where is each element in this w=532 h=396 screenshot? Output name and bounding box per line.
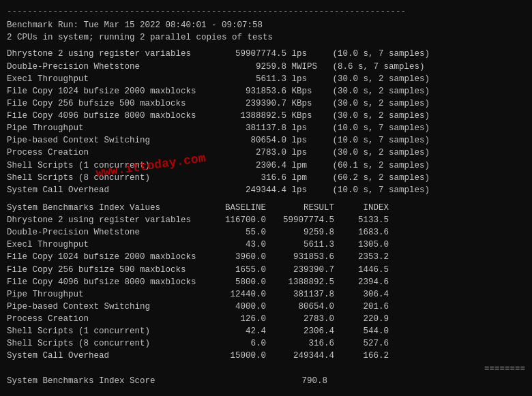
bench-unit: MWIPS	[286, 61, 327, 73]
index-row-label: Double-Precision Whetstone	[7, 226, 205, 239]
index-row-result: 381137.8	[266, 288, 334, 301]
index-row-label: Execl Throughput	[7, 239, 205, 251]
bench-label: Dhrystone 2 using register variables	[7, 48, 205, 60]
header-line1: Benchmark Run: Tue Mar 15 2022 08:40:01 …	[7, 19, 525, 31]
index-data-row: Shell Scripts (1 concurrent)42.42306.454…	[7, 325, 525, 337]
index-row-baseline: 5800.0	[205, 276, 266, 288]
index-data-row: File Copy 1024 bufsize 2000 maxblocks396…	[7, 251, 525, 263]
terminal-window: ----------------------------------------…	[7, 5, 525, 396]
index-row-baseline: 42.4	[205, 325, 266, 337]
bench-detail: (60.2 s, 2 samples)	[327, 172, 430, 184]
index-row-label: System Call Overhead	[7, 350, 205, 362]
bench-detail: (10.0 s, 7 samples)	[327, 184, 430, 196]
index-row-index: 220.9	[334, 313, 389, 325]
bench-value: 316.6	[205, 172, 286, 184]
index-header-baseline: BASELINE	[205, 202, 266, 214]
index-header-label: System Benchmarks Index Values	[7, 202, 205, 214]
bench-detail: (10.0 s, 7 samples)	[327, 122, 430, 134]
index-row-label: File Copy 1024 bufsize 2000 maxblocks	[7, 251, 205, 263]
bench-label: Shell Scripts (8 concurrent)	[7, 172, 205, 184]
index-row-index: 1683.6	[334, 226, 389, 239]
index-data-row: System Call Overhead15000.0249344.4166.2	[7, 350, 525, 362]
bench-label: File Copy 256 bufsize 500 maxblocks	[7, 97, 205, 110]
index-row-result: 316.6	[266, 337, 334, 350]
index-row-baseline: 55.0	[205, 226, 266, 239]
index-data-row: Process Creation126.02783.0220.9	[7, 313, 525, 325]
benchmark-row: Process Creation2783.0 lps (30.0 s, 2 sa…	[7, 147, 525, 159]
index-row-result: 2306.4	[266, 325, 334, 337]
header-section: Benchmark Run: Tue Mar 15 2022 08:40:01 …	[7, 19, 525, 44]
index-data-row: File Copy 256 bufsize 500 maxblocks1655.…	[7, 264, 525, 276]
bench-detail: (10.0 s, 7 samples)	[327, 134, 430, 147]
bench-detail: (30.0 s, 2 samples)	[327, 85, 430, 97]
bench-unit: lpm	[286, 159, 327, 172]
index-data-row: Dhrystone 2 using register variables1167…	[7, 214, 525, 226]
bench-unit: lps	[286, 184, 327, 196]
index-row-label: Shell Scripts (1 concurrent)	[7, 325, 205, 337]
index-row-label: Dhrystone 2 using register variables	[7, 214, 205, 226]
bench-value: 2783.0	[205, 147, 286, 159]
bench-value: 5611.3	[205, 73, 286, 85]
bench-label: Pipe Throughput	[7, 122, 205, 134]
bench-detail: (30.0 s, 2 samples)	[327, 97, 430, 110]
index-row-result: 2783.0	[266, 313, 334, 325]
index-header-index: INDEX	[334, 202, 389, 214]
index-row-label: Pipe-based Context Switching	[7, 301, 205, 313]
score-value: 790.8	[205, 375, 327, 387]
bench-label: Execl Throughput	[7, 73, 205, 85]
bench-detail: (10.0 s, 7 samples)	[327, 48, 430, 60]
index-row-result: 1388892.5	[266, 276, 334, 288]
index-section: System Benchmarks Index ValuesBASELINERE…	[7, 202, 525, 387]
index-row-result: 239390.7	[266, 264, 334, 276]
bench-unit: lps	[286, 147, 327, 159]
bench-value: 931853.6	[205, 85, 286, 97]
bench-value: 80654.0	[205, 134, 286, 147]
index-row-baseline: 4000.0	[205, 301, 266, 313]
index-row-result: 5611.3	[266, 239, 334, 251]
benchmark-row: Execl Throughput5611.3 lps (30.0 s, 2 sa…	[7, 73, 525, 85]
index-data-row: File Copy 4096 bufsize 8000 maxblocks580…	[7, 276, 525, 288]
index-row-index: 2353.2	[334, 251, 389, 263]
bench-value: 381137.8	[205, 122, 286, 134]
bench-value: 239390.7	[205, 97, 286, 110]
index-row-result: 249344.4	[266, 350, 334, 362]
index-row-index: 306.4	[334, 288, 389, 301]
index-row-baseline: 12440.0	[205, 288, 266, 301]
index-row-index: 1446.5	[334, 264, 389, 276]
bench-label: Process Creation	[7, 147, 205, 159]
index-row-label: File Copy 4096 bufsize 8000 maxblocks	[7, 276, 205, 288]
index-row-index: 5133.5	[334, 214, 389, 226]
index-row-result: 59907774.5	[266, 214, 334, 226]
index-data-row: Execl Throughput43.05611.31305.0	[7, 239, 525, 251]
index-row-index: 2394.6	[334, 276, 389, 288]
index-data-row: Pipe Throughput12440.0381137.8306.4	[7, 288, 525, 301]
score-row: System Benchmarks Index Score790.8	[7, 375, 525, 387]
index-row-index: 544.0	[334, 325, 389, 337]
index-data-row: Double-Precision Whetstone55.09259.81683…	[7, 226, 525, 239]
bench-detail: (30.0 s, 2 samples)	[327, 73, 430, 85]
bench-value: 59907774.5	[205, 48, 286, 60]
bench-label: Pipe-based Context Switching	[7, 134, 205, 147]
benchmark-row: Dhrystone 2 using register variables5990…	[7, 48, 525, 60]
index-row-result: 80654.0	[266, 301, 334, 313]
index-row-baseline: 1655.0	[205, 264, 266, 276]
index-row-baseline: 43.0	[205, 239, 266, 251]
benchmark-row: File Copy 4096 bufsize 8000 maxblocks138…	[7, 110, 525, 122]
bench-value: 9259.8	[205, 61, 286, 73]
index-row-label: Pipe Throughput	[7, 288, 205, 301]
benchmark-row: Pipe-based Context Switching80654.0 lps …	[7, 134, 525, 147]
bench-unit: lps	[286, 134, 327, 147]
benchmark-row: Shell Scripts (1 concurrent)2306.4 lpm (…	[7, 159, 525, 172]
benchmark-row: Shell Scripts (8 concurrent)316.6 lpm (6…	[7, 172, 525, 184]
bench-unit: KBps	[286, 110, 327, 122]
index-row-result: 931853.6	[266, 251, 334, 263]
bench-unit: lps	[286, 122, 327, 134]
index-row-index: 527.6	[334, 337, 389, 350]
index-row-result: 9259.8	[266, 226, 334, 239]
bench-label: Double-Precision Whetstone	[7, 61, 205, 73]
index-header-row: System Benchmarks Index ValuesBASELINERE…	[7, 202, 525, 214]
benchmark-row: File Copy 256 bufsize 500 maxblocks23939…	[7, 97, 525, 110]
index-row-label: Shell Scripts (8 concurrent)	[7, 337, 205, 350]
index-row-label: File Copy 256 bufsize 500 maxblocks	[7, 264, 205, 276]
index-row-index: 166.2	[334, 350, 389, 362]
